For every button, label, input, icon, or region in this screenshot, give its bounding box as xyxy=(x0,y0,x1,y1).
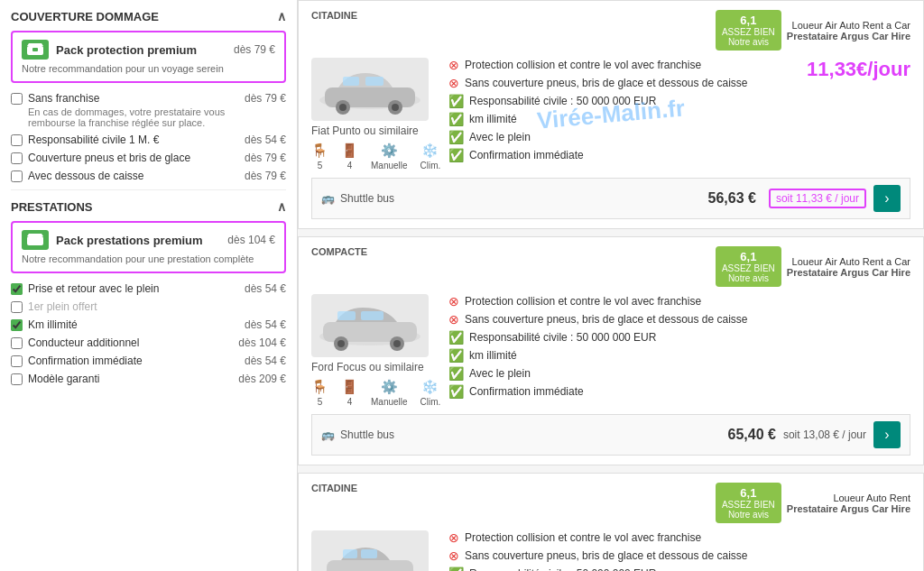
resp-civile-price: dès 54 € xyxy=(245,134,286,146)
rating-block-2: 6,1 ASSEZ BIEN Notre avis Loueur Air Aut… xyxy=(716,246,910,287)
feat-3-3: ✅Responsabilité civile : 50 000 000 EUR xyxy=(448,566,910,571)
svg-point-16 xyxy=(393,340,401,347)
car-card-1: CITADINE 6,1 ASSEZ BIEN Notre avis Loueu… xyxy=(298,0,924,229)
pack-premium-price: dès 79 € xyxy=(234,43,275,56)
confirmation-row: Confirmation immédiate dès 54 € xyxy=(11,355,286,367)
feat-1-5: ✅Avec le plein xyxy=(448,130,755,144)
svg-point-8 xyxy=(392,104,399,111)
rating-badge-2: 6,1 ASSEZ BIEN Notre avis xyxy=(716,246,781,287)
conducteur-add-row: Conducteur additionnel dès 104 € xyxy=(11,336,286,349)
confirmation-label: Confirmation immédiate xyxy=(28,355,143,367)
sans-franchise-label: Sans franchise xyxy=(28,92,239,105)
sans-franchise-checkbox[interactable] xyxy=(11,93,23,105)
couv-pneus-row: Couverture pneus et bris de glace dès 79… xyxy=(11,152,286,164)
feat-2-1: ⊗Protection collision et contre le vol a… xyxy=(448,294,910,309)
premier-plein-row: 1er plein offert xyxy=(11,300,286,313)
resp-civile-label: Responsabilité civile 1 M. € xyxy=(28,134,159,146)
per-day-1: soit 11,33 € / jour xyxy=(769,189,866,208)
svg-rect-17 xyxy=(361,311,383,320)
loueur-1: Loueur Air Auto Rent a Car xyxy=(787,20,910,31)
rating-value-2: 6,1 xyxy=(722,250,775,263)
couv-pneus-checkbox[interactable] xyxy=(11,152,23,164)
dessous-caisse-row: Avec dessous de caisse dès 79 € xyxy=(11,170,286,182)
prise-retour-row: Prise et retour avec le plein dès 54 € xyxy=(11,282,286,295)
svg-rect-2 xyxy=(27,236,43,245)
notre-avis-1: Notre avis xyxy=(722,37,775,47)
feat-2-4: ✅km illimité xyxy=(448,348,910,363)
modele-garanti-row: Modèle garanti dès 209 € xyxy=(11,373,286,385)
car-name-2: Ford Focus ou similaire xyxy=(311,361,438,373)
spec-clim-1: ❄️Clim. xyxy=(420,143,441,170)
km-illimite-left: Km illimité xyxy=(11,318,78,331)
car-type-compacte: COMPACTE xyxy=(311,246,367,257)
car-image-col-3: VW Up ou similaire 🪑5 🚪4 ⚙️Manuelle ❄️Cl… xyxy=(311,530,438,571)
svg-rect-9 xyxy=(365,77,383,86)
pack-prestations-row: Pack prestations premium dès 104 € xyxy=(22,230,275,250)
prestataire-3: Prestataire Argus Car Hire xyxy=(787,503,910,514)
couv-pneus-left: Couverture pneus et bris de glace xyxy=(11,152,190,164)
car-type-citadine-1: CITADINE xyxy=(311,10,357,21)
rating-badge-1: 6,1 ASSEZ BIEN Notre avis xyxy=(716,10,781,51)
car-image-col-1: Fiat Punto ou similaire 🪑5 🚪4 ⚙️Manuelle… xyxy=(311,58,438,170)
couv-pneus-label: Couverture pneus et bris de glace xyxy=(28,152,190,164)
select-btn-1[interactable]: › xyxy=(873,185,901,212)
prestataire-1: Prestataire Argus Car Hire xyxy=(787,31,910,41)
loueur-2: Loueur Air Auto Rent a Car xyxy=(787,256,910,267)
svg-rect-26 xyxy=(343,549,357,558)
rating-block-3: 6,1 ASSEZ BIEN Notre avis Loueur Auto Re… xyxy=(716,483,910,523)
pack-prestations-left: Pack prestations premium xyxy=(22,230,203,250)
dessous-caisse-price: dès 79 € xyxy=(245,170,286,182)
car-image-1 xyxy=(311,58,429,121)
feat-2-5: ✅Avec le plein xyxy=(448,366,910,381)
left-panel: COUVERTURE DOMMAGE ∧ Pack protection pre… xyxy=(0,0,298,571)
card-1-top: CITADINE 6,1 ASSEZ BIEN Notre avis Loueu… xyxy=(311,10,910,51)
car-specs-2: 🪑5 🚪4 ⚙️Manuelle ❄️Clim. xyxy=(311,379,438,407)
prise-retour-checkbox[interactable] xyxy=(11,283,23,295)
rating-label-3: ASSEZ BIEN xyxy=(722,500,775,510)
prise-retour-label: Prise et retour avec le plein xyxy=(28,282,159,295)
notre-avis-2: Notre avis xyxy=(722,273,775,283)
big-price-1: 11,33€/jour xyxy=(807,58,910,81)
car-image-2 xyxy=(311,294,429,357)
couverture-header: COUVERTURE DOMMAGE ∧ xyxy=(11,9,286,23)
features-col-1: ⊗Protection collision et contre le vol a… xyxy=(448,58,755,166)
feat-1-4: ✅km illimité xyxy=(448,112,755,126)
spec-trans-2: ⚙️Manuelle xyxy=(371,379,408,407)
svg-point-14 xyxy=(337,340,345,347)
conducteur-add-price: dès 104 € xyxy=(238,336,286,349)
shuttle-row-2: 🚌 Shuttle bus 65,40 € soit 13,08 € / jou… xyxy=(311,414,910,456)
feat-2-2: ⊗Sans couverture pneus, bris de glace et… xyxy=(448,312,910,327)
prestations-chevron[interactable]: ∧ xyxy=(277,199,286,214)
rating-badge-3: 6,1 ASSEZ BIEN Notre avis xyxy=(716,483,781,523)
conducteur-add-label: Conducteur additionnel xyxy=(28,336,139,349)
premier-plein-left: 1er plein offert xyxy=(11,300,97,313)
car-name-1: Fiat Punto ou similaire xyxy=(311,124,438,137)
loueur-3: Loueur Auto Rent xyxy=(787,493,910,503)
rating-label-2: ASSEZ BIEN xyxy=(722,263,775,273)
resp-civile-checkbox[interactable] xyxy=(11,134,23,146)
pack-premium-subtitle: Notre recommandation pour un voyage sere… xyxy=(22,63,275,74)
svg-rect-25 xyxy=(361,549,377,558)
rating-block-1: 6,1 ASSEZ BIEN Notre avis Loueur Air Aut… xyxy=(716,10,910,51)
km-illimite-checkbox[interactable] xyxy=(11,319,23,331)
couverture-chevron[interactable]: ∧ xyxy=(277,9,286,23)
sans-franchise-left: Sans franchise En cas de dommages, votre… xyxy=(11,92,239,128)
rating-info-1: Loueur Air Auto Rent a Car Prestataire A… xyxy=(787,20,910,41)
pack-premium-icon xyxy=(22,40,49,60)
feat-1-3: ✅Responsabilité civile : 50 000 000 EUR xyxy=(448,94,755,108)
premier-plein-checkbox[interactable] xyxy=(11,301,23,313)
select-btn-2[interactable]: › xyxy=(873,421,901,448)
features-col-2: ⊗Protection collision et contre le vol a… xyxy=(448,294,910,402)
modele-garanti-checkbox[interactable] xyxy=(11,373,23,385)
feat-3-1: ⊗Protection collision et contre le vol a… xyxy=(448,530,910,545)
conducteur-add-checkbox[interactable] xyxy=(11,337,23,349)
modele-garanti-left: Modèle garanti xyxy=(11,373,99,385)
prestations-title: PRESTATIONS xyxy=(11,200,93,214)
confirmation-checkbox[interactable] xyxy=(11,355,23,367)
rating-label-1: ASSEZ BIEN xyxy=(722,27,775,37)
pack-premium-box: Pack protection premium dès 79 € Notre r… xyxy=(11,31,286,83)
dessous-caisse-checkbox[interactable] xyxy=(11,170,23,182)
shuttle-label-2: Shuttle bus xyxy=(340,428,394,441)
shuttle-icon-2: 🚌 xyxy=(321,428,335,441)
card-3-body: VW Up ou similaire 🪑5 🚪4 ⚙️Manuelle ❄️Cl… xyxy=(311,530,910,571)
